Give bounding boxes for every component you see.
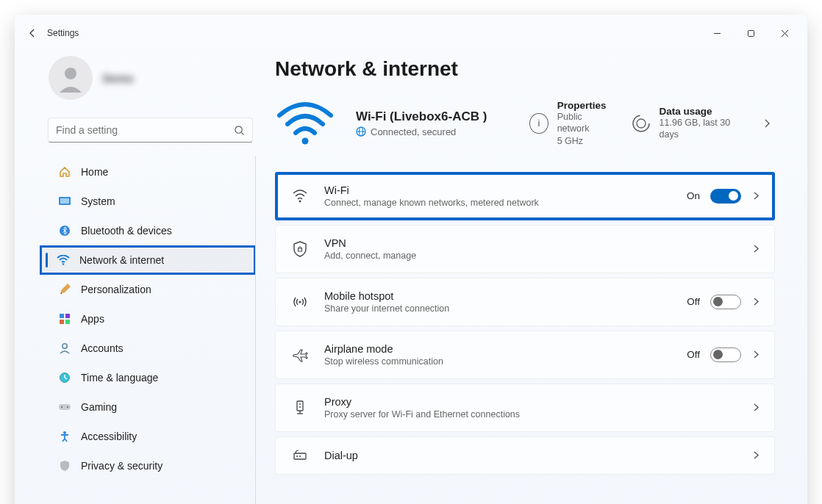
svg-point-25 xyxy=(633,115,649,132)
minimize-button[interactable] xyxy=(700,21,734,45)
proxy-icon xyxy=(292,400,308,416)
svg-point-37 xyxy=(299,456,301,457)
svg-rect-8 xyxy=(60,198,69,204)
search-input[interactable] xyxy=(56,124,234,136)
sidebar-item-accessibility[interactable]: Accessibility xyxy=(18,422,253,451)
profile-block[interactable]: Demo xyxy=(15,51,256,113)
svg-point-5 xyxy=(235,126,242,132)
apps-icon xyxy=(57,312,72,326)
svg-rect-17 xyxy=(59,404,71,410)
svg-line-6 xyxy=(241,132,243,134)
svg-point-19 xyxy=(67,406,68,408)
card-title: VPN xyxy=(324,237,416,249)
sidebar-item-personalization[interactable]: Personalization xyxy=(18,275,253,304)
wifi-icon xyxy=(56,253,71,267)
chevron-right-icon xyxy=(751,450,761,460)
wifi-large-icon xyxy=(275,101,335,146)
shield-icon xyxy=(57,458,72,473)
card-desc: Share your internet connection xyxy=(324,303,449,314)
settings-item-airplane[interactable]: Airplane mode Stop wireless communicatio… xyxy=(275,331,775,379)
sidebar-item-label: Time & language xyxy=(81,372,158,384)
window-controls xyxy=(700,21,801,45)
airplane-icon xyxy=(292,347,308,363)
sidebar-item-bluetooth[interactable]: Bluetooth & devices xyxy=(18,216,253,245)
sidebar-item-label: Accessibility xyxy=(81,431,137,442)
svg-point-33 xyxy=(299,403,301,405)
wifi-toggle[interactable] xyxy=(710,189,741,204)
svg-point-26 xyxy=(637,119,646,128)
sidebar-item-time[interactable]: Time & language xyxy=(18,363,253,392)
airplane-toggle[interactable] xyxy=(710,348,741,362)
settings-item-proxy[interactable]: Proxy Proxy server for Wi-Fi and Etherne… xyxy=(275,384,775,432)
settings-item-dialup[interactable]: Dial-up xyxy=(275,436,775,475)
chevron-right-icon xyxy=(751,191,761,201)
svg-point-21 xyxy=(302,137,309,144)
data-usage-icon xyxy=(632,114,651,133)
sidebar-item-gaming[interactable]: Gaming xyxy=(18,392,253,422)
bluetooth-icon xyxy=(57,223,72,238)
sidebar-item-label: Home xyxy=(81,166,108,178)
sidebar-item-label: Network & internet xyxy=(79,254,164,266)
svg-point-34 xyxy=(299,406,301,408)
page-title: Network & internet xyxy=(275,57,775,81)
properties-button[interactable]: i Properties Public network 5 GHz xyxy=(529,100,610,147)
system-icon xyxy=(57,194,72,209)
hotspot-icon xyxy=(292,294,308,310)
sidebar-item-accounts[interactable]: Accounts xyxy=(18,334,253,363)
sidebar-item-apps[interactable]: Apps xyxy=(18,304,253,334)
avatar xyxy=(49,56,93,100)
close-button[interactable] xyxy=(768,21,801,45)
maximize-button[interactable] xyxy=(734,21,768,45)
card-title: Proxy xyxy=(324,396,520,408)
accessibility-icon xyxy=(57,429,72,444)
svg-rect-1 xyxy=(748,30,754,36)
data-usage-button[interactable]: Data usage 11.96 GB, last 30 days xyxy=(632,106,741,141)
clock-icon xyxy=(57,370,72,385)
brush-icon xyxy=(57,282,72,297)
card-desc: Proxy server for Wi-Fi and Ethernet conn… xyxy=(324,409,520,420)
card-title: Airplane mode xyxy=(324,343,443,355)
svg-point-27 xyxy=(299,200,301,202)
back-button[interactable] xyxy=(21,21,44,45)
sidebar-item-system[interactable]: System xyxy=(18,187,253,216)
svg-point-29 xyxy=(299,300,301,303)
sidebar-item-label: Gaming xyxy=(81,401,117,413)
hotspot-state: Off xyxy=(687,296,700,307)
properties-line2: 5 GHz xyxy=(557,135,611,147)
settings-item-vpn[interactable]: VPN Add, connect, manage xyxy=(275,225,775,273)
hotspot-toggle[interactable] xyxy=(710,295,741,309)
search-box[interactable] xyxy=(48,118,253,143)
status-expand-chevron[interactable] xyxy=(762,118,775,129)
main-panel: Network & internet Wi-Fi (Livebox6-ACB )… xyxy=(256,51,807,504)
airplane-state: Off xyxy=(687,349,700,360)
chevron-right-icon xyxy=(751,403,761,412)
info-icon: i xyxy=(529,113,548,134)
svg-point-4 xyxy=(65,68,76,79)
card-title: Wi-Fi xyxy=(324,184,539,196)
profile-name: Demo xyxy=(103,72,134,84)
network-status-row: Wi-Fi (Livebox6-ACB ) Connected, secured… xyxy=(275,100,775,147)
chevron-right-icon xyxy=(751,297,761,306)
ssid-label: Wi-Fi (Livebox6-ACB ) xyxy=(356,109,487,124)
svg-rect-12 xyxy=(65,314,70,318)
usage-label: Data usage xyxy=(660,106,741,117)
home-icon xyxy=(57,165,72,179)
svg-rect-30 xyxy=(297,401,303,411)
settings-item-wifi[interactable]: Wi-Fi Connect, manage known networks, me… xyxy=(275,172,775,220)
chevron-right-icon xyxy=(751,350,761,359)
settings-item-hotspot[interactable]: Mobile hotspot Share your internet conne… xyxy=(275,278,775,326)
wifi-state: On xyxy=(687,190,700,201)
svg-point-15 xyxy=(62,344,67,348)
sidebar-item-privacy[interactable]: Privacy & security xyxy=(18,451,253,480)
sidebar-item-label: Privacy & security xyxy=(81,460,162,472)
svg-rect-28 xyxy=(299,248,302,251)
sidebar-item-label: Bluetooth & devices xyxy=(81,225,172,237)
svg-rect-13 xyxy=(60,320,64,324)
svg-point-20 xyxy=(63,431,66,434)
titlebar: Settings xyxy=(15,15,807,51)
card-title: Dial-up xyxy=(324,450,358,461)
sidebar-item-network[interactable]: Network & internet xyxy=(40,245,256,275)
connection-status[interactable]: Wi-Fi (Livebox6-ACB ) Connected, secured xyxy=(356,109,487,137)
accounts-icon xyxy=(57,341,72,356)
sidebar-item-home[interactable]: Home xyxy=(18,157,253,187)
